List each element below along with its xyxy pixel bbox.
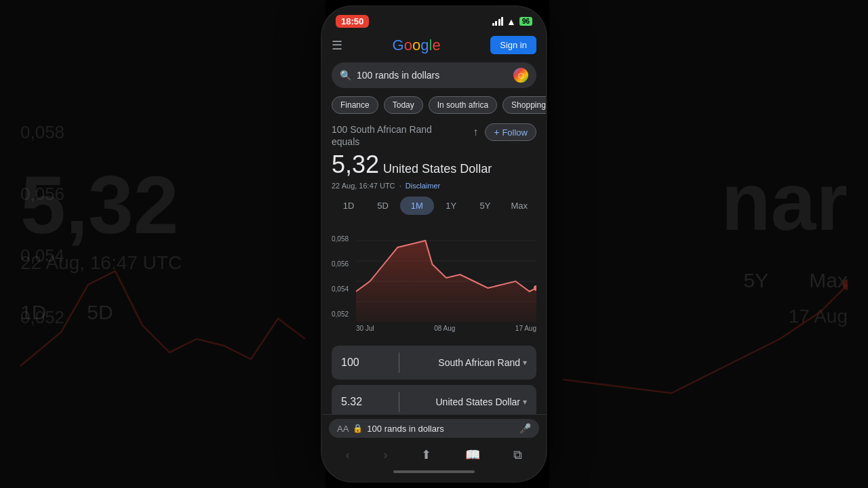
y-label-1: 0,056 xyxy=(332,260,349,268)
header-actions: ↑ + Follow xyxy=(473,123,536,141)
bg-chart-left xyxy=(20,230,305,434)
main-content: 100 South African Rand equals ↑ + Follow… xyxy=(322,118,546,414)
lock-icon: 🔒 xyxy=(353,424,363,433)
disclaimer-link[interactable]: Disclaimer xyxy=(406,182,440,190)
follow-plus-icon: + xyxy=(494,127,499,138)
search-icon: 🔍 xyxy=(340,70,351,81)
filter-chips-container: Finance Today In south africa Shopping xyxy=(322,92,546,118)
result-currency: United States Dollar xyxy=(383,162,492,176)
chart-svg xyxy=(356,227,536,322)
chart-svg-wrapper xyxy=(356,227,536,322)
conversion-result: 5,32 United States Dollar xyxy=(332,150,536,179)
tab-5d[interactable]: 5D xyxy=(366,197,399,215)
url-text: 100 rands in dollars xyxy=(367,424,515,434)
bg-date-left: 22 Aug, 16:47 UTC xyxy=(20,252,182,274)
converter-divider xyxy=(399,352,399,373)
status-bar: 18:50 ▲ 96 xyxy=(322,7,546,32)
bg-chart-right xyxy=(563,230,848,434)
x-label-1: 08 Aug xyxy=(434,325,455,332)
follow-button[interactable]: + Follow xyxy=(485,123,536,141)
search-query-text: 100 rands in dollars xyxy=(357,70,508,81)
chip-finance[interactable]: Finance xyxy=(332,96,378,114)
bg-large-text-right: nar xyxy=(721,161,848,242)
chrome-header: ☰ Google Sign in xyxy=(322,32,546,58)
equals-label: equals xyxy=(332,136,359,147)
chip-today[interactable]: Today xyxy=(384,96,423,114)
tabs-button[interactable]: ⧉ xyxy=(508,445,528,465)
x-label-0: 30 Jul xyxy=(356,325,374,332)
chevron-down-icon: ▾ xyxy=(523,358,527,367)
search-bar[interactable]: 🔍 100 rands in dollars ⬡ xyxy=(332,62,536,88)
converter-to-value: 5.32 xyxy=(341,396,362,408)
converter-to-box[interactable]: 5.32 United States Dollar ▾ xyxy=(332,385,536,414)
result-timestamp: 22 Aug, 16:47 UTC xyxy=(332,182,395,190)
conversion-header: 100 South African Rand equals ↑ + Follow xyxy=(332,123,536,148)
bg-date-right: 17 Aug xyxy=(789,306,848,327)
chart-area: 0,058 0,056 0,054 0,052 xyxy=(332,222,536,338)
conversion-from-label: 100 South African Rand equals xyxy=(332,123,432,148)
y-label-0: 0,058 xyxy=(332,235,349,243)
chip-in-south-africa[interactable]: In south africa xyxy=(429,96,497,114)
y-label-3: 0,052 xyxy=(332,310,349,318)
converter-to-currency[interactable]: United States Dollar ▾ xyxy=(435,396,527,407)
hamburger-icon[interactable]: ☰ xyxy=(332,38,342,53)
tab-1d[interactable]: 1D xyxy=(332,197,366,215)
chip-shopping[interactable]: Shopping xyxy=(502,96,546,114)
forward-button[interactable]: › xyxy=(378,445,393,465)
sign-in-button[interactable]: Sign in xyxy=(490,36,536,54)
bg-period-1d: 1D xyxy=(20,301,46,324)
share-icon[interactable]: ↑ xyxy=(473,126,478,138)
google-lens-icon[interactable]: ⬡ xyxy=(513,68,528,83)
chevron-down-to-icon: ▾ xyxy=(523,397,527,407)
follow-label: Follow xyxy=(502,127,528,138)
svg-point-0 xyxy=(842,279,848,290)
bg-y-labels-left: 0,058 0,056 0,054 0,052 xyxy=(20,122,64,328)
bookmarks-button[interactable]: 📖 xyxy=(460,445,486,465)
converter-from-value: 100 xyxy=(341,357,359,369)
bg-period-5d: 5D xyxy=(87,301,113,324)
result-number: 5,32 xyxy=(332,150,379,179)
background-left: 5,32 22 Aug, 16:47 UTC 1D 5D 0,058 0,056… xyxy=(0,0,326,488)
chart-x-labels: 30 Jul 08 Aug 17 Aug xyxy=(356,325,536,332)
converter-to-divider xyxy=(399,392,399,412)
google-logo: Google xyxy=(393,37,441,54)
x-label-2: 17 Aug xyxy=(515,325,536,332)
share-button[interactable]: ⬆ xyxy=(416,445,437,465)
chart-y-labels: 0,058 0,056 0,054 0,052 xyxy=(332,232,349,321)
converter-from-box[interactable]: 100 South African Rand ▾ xyxy=(332,346,536,380)
tab-5y[interactable]: 5Y xyxy=(468,197,502,215)
background-right: nar 5Y Max 17 Aug xyxy=(549,0,868,488)
mic-icon[interactable]: 🎤 xyxy=(519,423,531,434)
battery-icon: 96 xyxy=(519,17,532,26)
nav-buttons: ‹ › ⬆ 📖 ⧉ xyxy=(322,442,546,468)
browser-bottom: AA 🔒 100 rands in dollars 🎤 ‹ › ⬆ 📖 ⧉ xyxy=(322,414,546,481)
wifi-icon: ▲ xyxy=(507,16,516,27)
converter-from-currency-label: South African Rand xyxy=(438,357,520,368)
result-meta: 22 Aug, 16:47 UTC · Disclaimer xyxy=(332,182,536,190)
y-label-2: 0,054 xyxy=(332,285,349,293)
tab-max[interactable]: Max xyxy=(502,197,536,215)
status-icons: ▲ 96 xyxy=(492,16,532,27)
bg-period-5y: 5Y xyxy=(744,269,769,292)
status-time: 18:50 xyxy=(336,15,369,28)
bg-large-text-left: 5,32 xyxy=(20,164,179,245)
converter-to-currency-label: United States Dollar xyxy=(435,396,520,407)
from-currency-label: 100 South African Rand xyxy=(332,124,432,135)
back-button[interactable]: ‹ xyxy=(340,445,355,465)
tab-1y[interactable]: 1Y xyxy=(434,197,468,215)
home-indicator xyxy=(393,470,475,473)
aa-text: AA xyxy=(337,424,349,434)
bg-period-labels-right: 5Y Max xyxy=(744,269,848,292)
converter-from-currency[interactable]: South African Rand ▾ xyxy=(438,357,527,368)
tab-1m[interactable]: 1M xyxy=(400,197,434,215)
bg-period-labels-left: 1D 5D xyxy=(20,301,113,324)
signal-bars-icon xyxy=(492,17,504,26)
bg-period-max: Max xyxy=(809,269,848,292)
url-bar[interactable]: AA 🔒 100 rands in dollars 🎤 xyxy=(329,419,539,438)
period-tabs: 1D 5D 1M 1Y 5Y Max xyxy=(332,197,536,215)
phone-container: 18:50 ▲ 96 ☰ Google Sign in 🔍 100 rands … xyxy=(322,7,546,481)
